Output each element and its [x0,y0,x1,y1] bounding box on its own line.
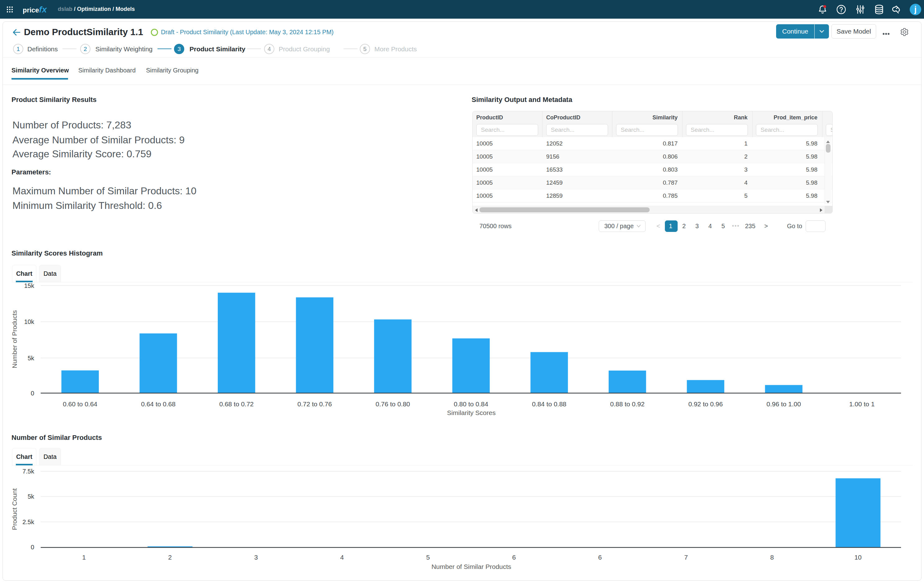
svg-text:10: 10 [855,554,861,561]
svg-text:Similarity Scores: Similarity Scores [447,409,495,416]
svg-text:0.92 to 0.96: 0.92 to 0.96 [688,401,723,407]
svg-text:0: 0 [31,390,34,397]
svg-text:0: 0 [31,544,34,551]
svg-text:15k: 15k [24,282,35,289]
svg-text:0.84 to 0.88: 0.84 to 0.88 [532,401,566,407]
svg-text:0.96 to 1.00: 0.96 to 1.00 [766,401,801,407]
svg-text:5: 5 [426,554,430,561]
svg-text:7: 7 [684,554,688,561]
svg-text:2.5k: 2.5k [22,518,35,525]
svg-text:8: 8 [770,554,774,561]
svg-text:Number of Similar Products: Number of Similar Products [432,563,512,570]
svg-text:Product Count: Product Count [11,488,18,530]
svg-text:3: 3 [254,554,258,561]
svg-text:0.64 to 0.68: 0.64 to 0.68 [141,401,175,407]
svg-text:2: 2 [168,554,172,561]
svg-text:Number of Products: Number of Products [11,310,18,368]
svg-text:5k: 5k [28,493,35,500]
svg-text:1.00 to 1: 1.00 to 1 [849,401,874,407]
svg-text:5k: 5k [28,355,35,362]
svg-text:0.76 to 0.80: 0.76 to 0.80 [376,401,410,407]
svg-text:0.72 to 0.76: 0.72 to 0.76 [297,401,332,407]
svg-text:6: 6 [598,554,602,561]
svg-text:0.60 to 0.64: 0.60 to 0.64 [63,401,97,407]
svg-text:0.88 to 0.92: 0.88 to 0.92 [610,401,645,407]
svg-text:10k: 10k [24,318,35,325]
svg-text:0.68 to 0.72: 0.68 to 0.72 [219,401,254,407]
svg-text:1: 1 [82,554,86,561]
svg-text:4: 4 [340,554,344,561]
svg-text:6: 6 [512,554,516,561]
svg-text:7.5k: 7.5k [22,468,35,475]
svg-text:0.80 to 0.84: 0.80 to 0.84 [454,401,488,407]
